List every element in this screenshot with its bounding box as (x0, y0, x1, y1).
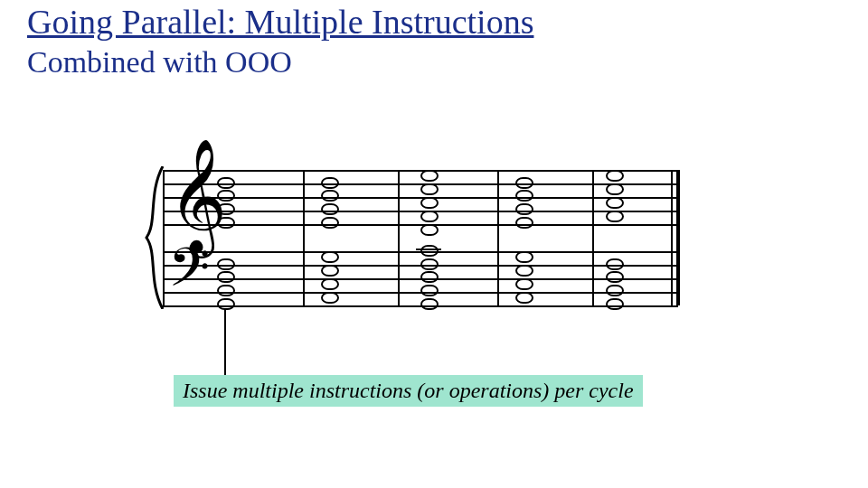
whole-note (606, 183, 624, 195)
whole-note (321, 292, 339, 304)
whole-note (420, 170, 439, 182)
whole-note (420, 285, 439, 296)
whole-note (217, 258, 235, 270)
whole-note (606, 271, 624, 283)
bass-chord (515, 238, 537, 310)
whole-note (420, 298, 439, 310)
barline (163, 170, 165, 305)
whole-note (217, 298, 235, 310)
whole-note (217, 190, 235, 202)
whole-note (606, 285, 624, 296)
slide-subtitle: Combined with OOO (27, 45, 292, 80)
whole-note (606, 298, 624, 310)
treble-chord (420, 156, 442, 229)
bass-chord (420, 238, 442, 310)
grand-staff-brace (145, 166, 165, 309)
whole-note (515, 203, 533, 215)
bass-chord (606, 238, 627, 310)
whole-note (515, 278, 533, 290)
whole-note (420, 211, 439, 222)
whole-note (606, 258, 624, 270)
whole-note (515, 292, 533, 304)
whole-note (515, 265, 533, 277)
whole-note (420, 271, 439, 283)
whole-note (606, 170, 624, 182)
whole-note (420, 183, 439, 195)
whole-note (321, 217, 339, 229)
barline (497, 170, 499, 305)
whole-note (515, 251, 533, 263)
barline (398, 170, 400, 305)
bass-clef-icon: 𝄢 (168, 242, 210, 307)
whole-note (420, 258, 439, 270)
barline (303, 170, 305, 305)
whole-note (321, 177, 339, 189)
whole-note (321, 190, 339, 202)
whole-note (515, 217, 533, 229)
whole-note (321, 278, 339, 290)
whole-note (606, 211, 624, 222)
whole-note (515, 190, 533, 202)
whole-note (606, 197, 624, 209)
whole-note (217, 177, 235, 189)
ledger-line (416, 249, 441, 250)
whole-note (321, 251, 339, 263)
barline (671, 170, 673, 305)
callout-label: Issue multiple instructions (or operatio… (174, 375, 643, 407)
whole-note (217, 217, 235, 229)
whole-note (217, 203, 235, 215)
whole-note (217, 285, 235, 296)
treble-chord (515, 156, 537, 229)
whole-note (420, 245, 439, 257)
slide-title: Going Parallel: Multiple Instructions (27, 2, 533, 42)
whole-note (420, 197, 439, 209)
bass-chord (217, 238, 239, 310)
bass-chord (321, 238, 343, 310)
whole-note (420, 224, 439, 236)
barline (592, 170, 594, 305)
whole-note (515, 177, 533, 189)
treble-chord (217, 156, 239, 229)
whole-note (217, 271, 235, 283)
whole-note (321, 265, 339, 277)
callout-pointer (224, 310, 226, 375)
barline (676, 170, 680, 305)
treble-chord (321, 156, 343, 229)
treble-chord (606, 156, 627, 229)
whole-note (321, 203, 339, 215)
music-score: 𝄞 𝄢 (163, 161, 678, 319)
